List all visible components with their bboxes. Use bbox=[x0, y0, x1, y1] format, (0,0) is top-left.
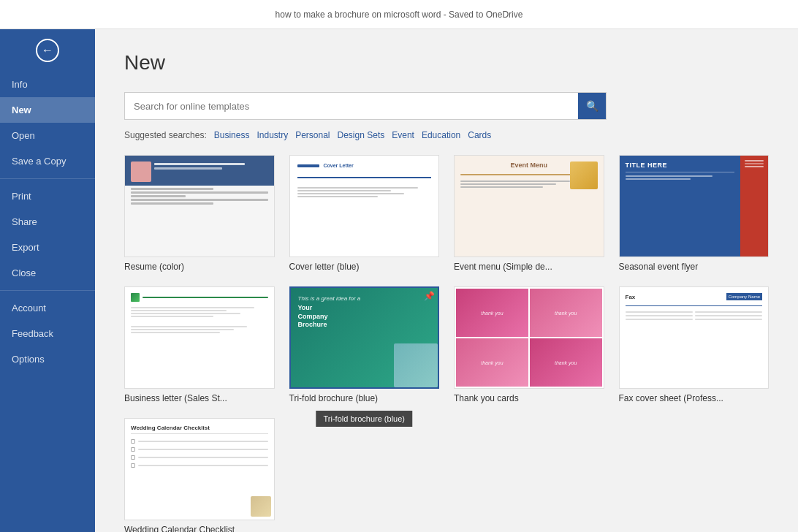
sidebar-item-save-copy[interactable]: Save a Copy bbox=[0, 148, 95, 174]
suggested-tag-design-sets[interactable]: Design Sets bbox=[338, 130, 385, 140]
sidebar-item-share[interactable]: Share bbox=[0, 209, 95, 235]
fax-company-name: Company Name bbox=[726, 293, 762, 300]
search-input[interactable] bbox=[125, 95, 578, 118]
sidebar: ← Info New Open Save a Copy Print Share … bbox=[0, 29, 95, 532]
suggested-tag-business[interactable]: Business bbox=[214, 130, 250, 140]
suggested-tag-cards[interactable]: Cards bbox=[468, 130, 491, 140]
template-card-cover-letter[interactable]: Cover Letter Cover letter (blue) bbox=[289, 155, 440, 272]
template-grid: Resume (color) Cover Letter bbox=[124, 155, 769, 532]
search-bar: 🔍 bbox=[124, 92, 607, 120]
template-thumb-business bbox=[124, 286, 275, 389]
template-thumb-cover: Cover Letter bbox=[289, 155, 440, 257]
pin-icon: 📌 bbox=[424, 291, 435, 301]
trifold-tooltip: Tri-fold brochure (blue) bbox=[316, 411, 412, 427]
suggested-tag-personal[interactable]: Personal bbox=[295, 130, 330, 140]
template-card-wedding[interactable]: Wedding Calendar Checklist bbox=[124, 418, 275, 532]
back-circle-icon: ← bbox=[36, 39, 59, 62]
page-title: New bbox=[124, 51, 769, 75]
template-card-trifold[interactable]: This is a great idea for a YourCompanyBr… bbox=[289, 286, 440, 403]
trifold-img bbox=[394, 343, 438, 387]
sidebar-item-close[interactable]: Close bbox=[0, 260, 95, 286]
template-name-thankyou: Thank you cards bbox=[454, 393, 604, 403]
sidebar-item-new[interactable]: New bbox=[0, 97, 95, 123]
template-thumb-event: Event Menu bbox=[454, 155, 604, 257]
suggested-tag-education[interactable]: Education bbox=[422, 130, 460, 140]
sidebar-item-info[interactable]: Info bbox=[0, 72, 95, 97]
thankyou-cell-3: thank you bbox=[456, 338, 528, 387]
template-thumb-wedding: Wedding Calendar Checklist bbox=[124, 418, 275, 520]
template-name-seasonal: Seasonal event flyer bbox=[619, 262, 770, 272]
sidebar-item-feedback[interactable]: Feedback bbox=[0, 321, 95, 346]
thankyou-cell-4: thank you bbox=[530, 338, 602, 387]
template-card-seasonal-flyer[interactable]: TITLE HERE bbox=[619, 155, 770, 272]
sidebar-item-export[interactable]: Export bbox=[0, 235, 95, 260]
template-name-fax: Fax cover sheet (Profess... bbox=[619, 393, 770, 403]
main-layout: ← Info New Open Save a Copy Print Share … bbox=[0, 29, 798, 532]
template-thumb-trifold: This is a great idea for a YourCompanyBr… bbox=[289, 286, 440, 389]
back-button[interactable]: ← bbox=[0, 29, 95, 72]
title-text: how to make a brochure on microsoft word… bbox=[276, 10, 523, 20]
thankyou-cell-2: thank you bbox=[530, 289, 602, 337]
template-thumb-seasonal: TITLE HERE bbox=[619, 155, 770, 257]
template-name-event: Event menu (Simple de... bbox=[454, 262, 604, 272]
template-thumb-resume bbox=[124, 155, 275, 257]
sidebar-item-account[interactable]: Account bbox=[0, 295, 95, 321]
sidebar-item-print[interactable]: Print bbox=[0, 183, 95, 209]
suggested-tag-event[interactable]: Event bbox=[392, 130, 414, 140]
thumb-photo bbox=[131, 162, 151, 182]
sidebar-item-open[interactable]: Open bbox=[0, 123, 95, 148]
search-icon: 🔍 bbox=[586, 100, 598, 112]
template-thumb-fax: Fax Company Name bbox=[619, 286, 770, 389]
sidebar-item-options[interactable]: Options bbox=[0, 346, 95, 372]
template-card-resume[interactable]: Resume (color) bbox=[124, 155, 275, 272]
template-name-wedding: Wedding Calendar Checklist bbox=[124, 525, 275, 532]
template-name-trifold: Tri-fold brochure (blue) bbox=[289, 393, 440, 403]
template-card-business-letter[interactable]: Business letter (Sales St... bbox=[124, 286, 275, 403]
template-name-business: Business letter (Sales St... bbox=[124, 393, 275, 403]
main-content: New 🔍 Suggested searches: Business Indus… bbox=[95, 29, 798, 532]
template-name-resume: Resume (color) bbox=[124, 262, 275, 272]
sidebar-divider-2 bbox=[0, 290, 95, 291]
suggested-tag-industry[interactable]: Industry bbox=[256, 130, 288, 140]
search-button[interactable]: 🔍 bbox=[578, 93, 606, 119]
title-bar: how to make a brochure on microsoft word… bbox=[0, 0, 798, 29]
template-card-fax[interactable]: Fax Company Name bbox=[619, 286, 770, 403]
back-arrow-icon: ← bbox=[42, 44, 53, 57]
template-name-cover: Cover letter (blue) bbox=[289, 262, 440, 272]
sidebar-divider-1 bbox=[0, 178, 95, 179]
suggested-searches: Suggested searches: Business Industry Pe… bbox=[124, 130, 769, 140]
wedding-decoration bbox=[251, 496, 271, 517]
template-thumb-thankyou: thank you thank you thank you thank you bbox=[454, 286, 604, 389]
template-card-event-menu[interactable]: Event Menu Event menu (Simple de... bbox=[454, 155, 604, 272]
template-card-thankyou[interactable]: thank you thank you thank you thank you bbox=[454, 286, 604, 403]
thankyou-cell-1: thank you bbox=[456, 289, 528, 337]
suggested-label: Suggested searches: bbox=[124, 130, 207, 140]
